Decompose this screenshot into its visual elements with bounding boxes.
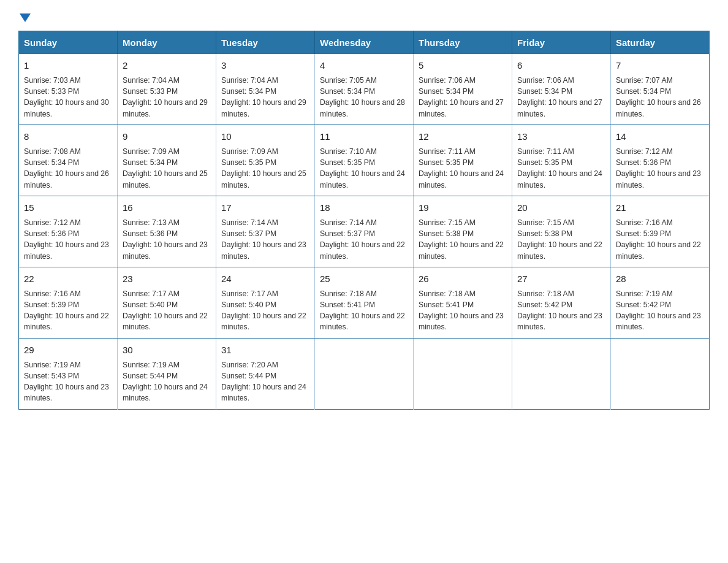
calendar-cell: 26 Sunrise: 7:18 AMSunset: 5:41 PMDaylig… bbox=[414, 267, 512, 338]
day-number: 7 bbox=[616, 59, 704, 72]
day-number: 19 bbox=[419, 201, 507, 215]
day-info: Sunrise: 7:18 AMSunset: 5:42 PMDaylight:… bbox=[517, 289, 602, 332]
day-number: 9 bbox=[123, 130, 211, 144]
calendar-cell: 9 Sunrise: 7:09 AMSunset: 5:34 PMDayligh… bbox=[118, 124, 216, 196]
day-info: Sunrise: 7:06 AMSunset: 5:34 PMDaylight:… bbox=[517, 76, 602, 118]
calendar-week-row: 29 Sunrise: 7:19 AMSunset: 5:43 PMDaylig… bbox=[19, 338, 710, 409]
day-info: Sunrise: 7:15 AMSunset: 5:38 PMDaylight:… bbox=[419, 218, 504, 261]
day-number: 4 bbox=[320, 59, 408, 72]
day-number: 20 bbox=[517, 201, 605, 215]
calendar-cell: 25 Sunrise: 7:18 AMSunset: 5:41 PMDaylig… bbox=[315, 267, 414, 338]
day-number: 31 bbox=[221, 343, 309, 357]
day-info: Sunrise: 7:09 AMSunset: 5:35 PMDaylight:… bbox=[221, 147, 306, 190]
weekday-header-friday: Friday bbox=[512, 31, 611, 55]
day-info: Sunrise: 7:12 AMSunset: 5:36 PMDaylight:… bbox=[24, 218, 109, 261]
calendar-cell: 19 Sunrise: 7:15 AMSunset: 5:38 PMDaylig… bbox=[414, 196, 512, 267]
day-number: 26 bbox=[419, 272, 507, 286]
day-info: Sunrise: 7:12 AMSunset: 5:36 PMDaylight:… bbox=[616, 147, 701, 190]
day-info: Sunrise: 7:16 AMSunset: 5:39 PMDaylight:… bbox=[616, 218, 701, 261]
day-number: 6 bbox=[517, 59, 605, 72]
calendar-cell bbox=[315, 338, 414, 409]
calendar-cell: 29 Sunrise: 7:19 AMSunset: 5:43 PMDaylig… bbox=[19, 338, 118, 409]
logo-arrow-icon bbox=[20, 13, 31, 22]
day-info: Sunrise: 7:07 AMSunset: 5:34 PMDaylight:… bbox=[616, 76, 701, 118]
calendar-cell: 15 Sunrise: 7:12 AMSunset: 5:36 PMDaylig… bbox=[19, 196, 118, 267]
calendar-cell bbox=[414, 338, 512, 409]
calendar-cell: 2 Sunrise: 7:04 AMSunset: 5:33 PMDayligh… bbox=[118, 54, 216, 124]
day-info: Sunrise: 7:13 AMSunset: 5:36 PMDaylight:… bbox=[123, 218, 208, 261]
day-number: 13 bbox=[517, 130, 605, 144]
day-number: 18 bbox=[320, 201, 408, 215]
day-number: 3 bbox=[221, 59, 309, 72]
day-info: Sunrise: 7:15 AMSunset: 5:38 PMDaylight:… bbox=[517, 218, 602, 261]
calendar-cell: 20 Sunrise: 7:15 AMSunset: 5:38 PMDaylig… bbox=[512, 196, 611, 267]
day-number: 28 bbox=[616, 272, 704, 286]
calendar-cell: 6 Sunrise: 7:06 AMSunset: 5:34 PMDayligh… bbox=[512, 54, 611, 124]
day-number: 15 bbox=[24, 201, 112, 215]
day-info: Sunrise: 7:04 AMSunset: 5:34 PMDaylight:… bbox=[221, 76, 306, 118]
calendar-cell: 18 Sunrise: 7:14 AMSunset: 5:37 PMDaylig… bbox=[315, 196, 414, 267]
weekday-header-saturday: Saturday bbox=[611, 31, 710, 55]
calendar-cell: 30 Sunrise: 7:19 AMSunset: 5:44 PMDaylig… bbox=[118, 338, 216, 409]
calendar-cell bbox=[611, 338, 710, 409]
day-number: 12 bbox=[419, 130, 507, 144]
day-info: Sunrise: 7:11 AMSunset: 5:35 PMDaylight:… bbox=[419, 147, 504, 190]
calendar-cell: 1 Sunrise: 7:03 AMSunset: 5:33 PMDayligh… bbox=[19, 54, 118, 124]
day-number: 24 bbox=[221, 272, 309, 286]
calendar-cell: 4 Sunrise: 7:05 AMSunset: 5:34 PMDayligh… bbox=[315, 54, 414, 124]
calendar-cell: 17 Sunrise: 7:14 AMSunset: 5:37 PMDaylig… bbox=[216, 196, 315, 267]
calendar-cell: 22 Sunrise: 7:16 AMSunset: 5:39 PMDaylig… bbox=[19, 267, 118, 338]
day-number: 27 bbox=[517, 272, 605, 286]
day-number: 10 bbox=[221, 130, 309, 144]
weekday-header-wednesday: Wednesday bbox=[315, 31, 414, 55]
weekday-header-sunday: Sunday bbox=[19, 31, 118, 55]
day-info: Sunrise: 7:10 AMSunset: 5:35 PMDaylight:… bbox=[320, 147, 405, 190]
calendar-table: SundayMondayTuesdayWednesdayThursdayFrid… bbox=[18, 31, 710, 410]
calendar-cell: 24 Sunrise: 7:17 AMSunset: 5:40 PMDaylig… bbox=[216, 267, 315, 338]
calendar-cell: 5 Sunrise: 7:06 AMSunset: 5:34 PMDayligh… bbox=[414, 54, 512, 124]
day-info: Sunrise: 7:16 AMSunset: 5:39 PMDaylight:… bbox=[24, 289, 109, 332]
day-number: 1 bbox=[24, 59, 112, 72]
calendar-cell: 23 Sunrise: 7:17 AMSunset: 5:40 PMDaylig… bbox=[118, 267, 216, 338]
day-info: Sunrise: 7:11 AMSunset: 5:35 PMDaylight:… bbox=[517, 147, 602, 190]
day-number: 16 bbox=[123, 201, 211, 215]
day-info: Sunrise: 7:08 AMSunset: 5:34 PMDaylight:… bbox=[24, 147, 109, 190]
calendar-cell bbox=[512, 338, 611, 409]
calendar-week-row: 15 Sunrise: 7:12 AMSunset: 5:36 PMDaylig… bbox=[19, 196, 710, 267]
day-info: Sunrise: 7:19 AMSunset: 5:44 PMDaylight:… bbox=[123, 361, 208, 403]
calendar-cell: 12 Sunrise: 7:11 AMSunset: 5:35 PMDaylig… bbox=[414, 124, 512, 196]
day-info: Sunrise: 7:14 AMSunset: 5:37 PMDaylight:… bbox=[221, 218, 306, 261]
day-info: Sunrise: 7:17 AMSunset: 5:40 PMDaylight:… bbox=[123, 289, 208, 332]
day-number: 5 bbox=[419, 59, 507, 72]
weekday-header-monday: Monday bbox=[118, 31, 216, 55]
calendar-week-row: 8 Sunrise: 7:08 AMSunset: 5:34 PMDayligh… bbox=[19, 124, 710, 196]
day-number: 30 bbox=[123, 343, 211, 357]
day-number: 17 bbox=[221, 201, 309, 215]
calendar-header-row: SundayMondayTuesdayWednesdayThursdayFrid… bbox=[19, 31, 710, 55]
day-info: Sunrise: 7:18 AMSunset: 5:41 PMDaylight:… bbox=[320, 289, 405, 332]
calendar-cell: 31 Sunrise: 7:20 AMSunset: 5:44 PMDaylig… bbox=[216, 338, 315, 409]
calendar-cell: 7 Sunrise: 7:07 AMSunset: 5:34 PMDayligh… bbox=[611, 54, 710, 124]
calendar-cell: 3 Sunrise: 7:04 AMSunset: 5:34 PMDayligh… bbox=[216, 54, 315, 124]
day-number: 25 bbox=[320, 272, 408, 286]
calendar-cell: 8 Sunrise: 7:08 AMSunset: 5:34 PMDayligh… bbox=[19, 124, 118, 196]
weekday-header-thursday: Thursday bbox=[414, 31, 512, 55]
day-info: Sunrise: 7:18 AMSunset: 5:41 PMDaylight:… bbox=[419, 289, 504, 332]
day-number: 2 bbox=[123, 59, 211, 72]
day-info: Sunrise: 7:19 AMSunset: 5:43 PMDaylight:… bbox=[24, 361, 109, 403]
day-info: Sunrise: 7:17 AMSunset: 5:40 PMDaylight:… bbox=[221, 289, 306, 332]
calendar-cell: 13 Sunrise: 7:11 AMSunset: 5:35 PMDaylig… bbox=[512, 124, 611, 196]
day-number: 29 bbox=[24, 343, 112, 357]
calendar-cell: 16 Sunrise: 7:13 AMSunset: 5:36 PMDaylig… bbox=[118, 196, 216, 267]
calendar-cell: 11 Sunrise: 7:10 AMSunset: 5:35 PMDaylig… bbox=[315, 124, 414, 196]
day-info: Sunrise: 7:05 AMSunset: 5:34 PMDaylight:… bbox=[320, 76, 405, 118]
day-info: Sunrise: 7:06 AMSunset: 5:34 PMDaylight:… bbox=[419, 76, 504, 118]
day-info: Sunrise: 7:04 AMSunset: 5:33 PMDaylight:… bbox=[123, 76, 208, 118]
calendar-cell: 21 Sunrise: 7:16 AMSunset: 5:39 PMDaylig… bbox=[611, 196, 710, 267]
day-info: Sunrise: 7:03 AMSunset: 5:33 PMDaylight:… bbox=[24, 76, 109, 118]
day-number: 11 bbox=[320, 130, 408, 144]
day-info: Sunrise: 7:19 AMSunset: 5:42 PMDaylight:… bbox=[616, 289, 701, 332]
calendar-week-row: 1 Sunrise: 7:03 AMSunset: 5:33 PMDayligh… bbox=[19, 54, 710, 124]
day-number: 22 bbox=[24, 272, 112, 286]
calendar-week-row: 22 Sunrise: 7:16 AMSunset: 5:39 PMDaylig… bbox=[19, 267, 710, 338]
